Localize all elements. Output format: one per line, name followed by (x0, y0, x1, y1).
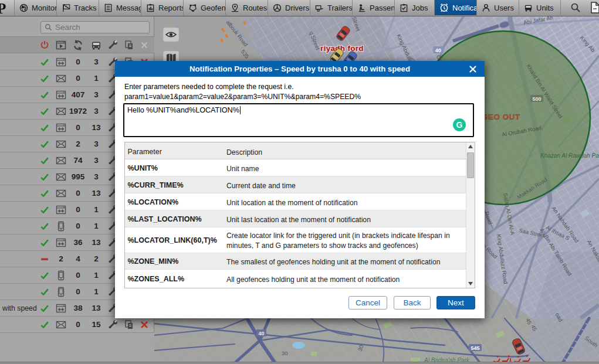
svg-text:500: 500 (532, 96, 541, 102)
svg-text:30: 30 (282, 350, 288, 356)
svg-text:40: 40 (435, 47, 441, 53)
svg-text:GEO OUT: GEO OUT (482, 113, 520, 121)
svg-text:545: 545 (471, 345, 479, 351)
svg-text:Khazan Al Rawdah Pa: Khazan Al Rawdah Pa (540, 152, 599, 159)
svg-text:40: 40 (258, 331, 264, 336)
